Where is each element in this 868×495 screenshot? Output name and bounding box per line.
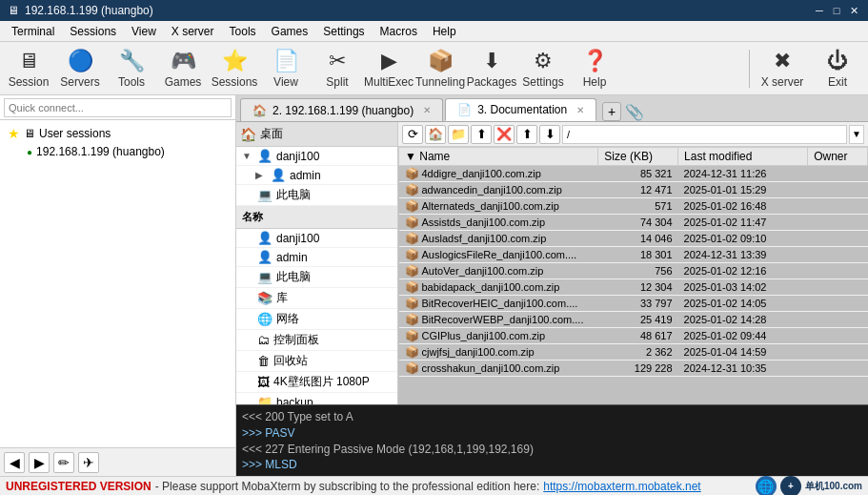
tab-close-tab1[interactable]: ✕ <box>423 105 431 115</box>
tools-label: Tools <box>118 75 145 89</box>
file-date-cell: 2025-01-02 14:05 <box>678 296 808 312</box>
menu-item-tools[interactable]: Tools <box>222 21 264 41</box>
right-area: 🏠2. 192.168.1.199 (huangbo)✕📄3. Document… <box>236 95 868 476</box>
table-row[interactable]: 📦Ausladsf_danji100.com.zip 14 046 2025-0… <box>399 231 868 247</box>
table-row[interactable]: 📦cjwjfsj_danji100.com.zip 2 362 2025-01-… <box>399 344 868 361</box>
split-toolbar-button[interactable]: ✂Split <box>313 45 362 93</box>
help-toolbar-button[interactable]: ❓Help <box>570 45 619 93</box>
menu-item-settings[interactable]: Settings <box>315 21 372 41</box>
file-name-cell: 📦CGIPlus_danji100.com.zip <box>399 328 598 344</box>
view-toolbar-button[interactable]: 📄View <box>261 45 311 93</box>
packages-toolbar-button[interactable]: ⬇Packages <box>467 45 516 93</box>
col-header-size[interactable]: Size (KB) <box>598 148 678 166</box>
table-row[interactable]: 📦Assistds_danji100.com.zip 74 304 2025-0… <box>399 215 868 231</box>
user-sessions-icon: 🖥 <box>24 127 35 140</box>
file-name-cell: 📦cjwjfsj_danji100.com.zip <box>399 344 598 361</box>
file-table-wrap[interactable]: ▼ Name Size (KB) Last modified Owner <box>398 147 868 404</box>
file-tree-item-此电脑[interactable]: 💻此电脑 <box>236 267 397 288</box>
file-tree-item-4K壁纸图片-1080P[interactable]: 🖼4K壁纸图片 1080P <box>236 372 397 393</box>
zip-icon: 📦 <box>405 264 419 278</box>
sort-up-button[interactable]: ⬆ <box>516 125 537 144</box>
table-row[interactable]: 📦AuslogicsFileRe_danji100.com.... 18 301… <box>399 247 868 263</box>
nav-forward-button[interactable]: ▶ <box>29 452 50 473</box>
file-tree-item-danji100[interactable]: 👤danji100 <box>236 229 397 248</box>
file-name-cell: 📦Assistds_danji100.com.zip <box>399 215 598 231</box>
table-row[interactable]: 📦4ddigre_danji100.com.zip 85 321 2024-12… <box>399 166 868 182</box>
file-tree-item-回收站[interactable]: 🗑回收站 <box>236 351 397 372</box>
tab-icon-tab1: 🏠 <box>252 104 267 117</box>
menu-item-view[interactable]: View <box>124 21 164 41</box>
file-tree-item-网络[interactable]: 🌐网络 <box>236 309 397 330</box>
file-tree-item-控制面板[interactable]: 🗂控制面板 <box>236 330 397 351</box>
file-tree-item-admin[interactable]: 👤admin <box>236 248 397 267</box>
exit-toolbar-button[interactable]: ⏻Exit <box>811 45 864 93</box>
file-tree-item-admin[interactable]: ▶👤admin <box>236 166 397 185</box>
maximize-button[interactable]: □ <box>830 4 843 17</box>
table-row[interactable]: 📦babidapack_danji100.com.zip 12 304 2025… <box>399 279 868 296</box>
refresh-button[interactable]: ⟳ <box>402 125 423 144</box>
upload-button[interactable]: ⬆ <box>471 125 492 144</box>
col-header-name[interactable]: ▼ Name <box>399 148 598 166</box>
log-line: >>> PASV <box>242 425 862 442</box>
table-row[interactable]: 📦adwancedin_danji100.com.zip 12 471 2025… <box>399 182 868 198</box>
sessions-toolbar-button[interactable]: ⭐Sessions <box>210 45 259 93</box>
menu-item-x server[interactable]: X server <box>164 21 222 41</box>
path-dropdown-button[interactable]: ▼ <box>849 125 864 144</box>
tab-tab2[interactable]: 📄3. Documentation✕ <box>445 98 596 121</box>
quick-connect-input[interactable] <box>4 98 232 117</box>
table-row[interactable]: 📦BitRecoverHEIC_danji100.com.... 33 797 … <box>399 296 868 312</box>
close-button[interactable]: ✕ <box>847 4 860 17</box>
path-input[interactable] <box>562 125 847 144</box>
sidebar-item-session[interactable]: ● 192.168.1.199 (huangbo) <box>4 143 232 160</box>
star-icon: ★ <box>8 126 20 141</box>
add-tab-button[interactable]: + <box>602 102 621 121</box>
tab-tab1[interactable]: 🏠2. 192.168.1.199 (huangbo)✕ <box>240 98 443 121</box>
file-tree-item-backup[interactable]: 📁backup <box>236 393 397 404</box>
tunneling-toolbar-button[interactable]: 📦Tunneling <box>415 45 465 93</box>
menu-item-games[interactable]: Games <box>264 21 316 41</box>
home-button[interactable]: 🏠 <box>425 125 446 144</box>
status-link[interactable]: https://mobaxterm.mobatek.net <box>543 480 700 493</box>
zip-icon: 📦 <box>405 297 419 310</box>
sort-down-button[interactable]: ⬇ <box>539 125 560 144</box>
file-size-cell: 33 797 <box>598 296 678 312</box>
menu-item-sessions[interactable]: Sessions <box>62 21 124 41</box>
exit-icon: ⏻ <box>827 49 848 73</box>
new-folder-button[interactable]: 📁 <box>448 125 469 144</box>
settings-toolbar-button[interactable]: ⚙Settings <box>518 45 568 93</box>
multiexec-toolbar-button[interactable]: ▶MultiExec <box>364 45 414 93</box>
logo-globe-icon: 🌐 <box>756 476 777 496</box>
file-tree-header: 🏠 桌面 <box>236 122 397 147</box>
view-label: View <box>273 75 298 89</box>
file-size-cell: 571 <box>598 198 678 215</box>
menu-item-terminal[interactable]: Terminal <box>4 21 62 41</box>
file-tree-item-danji100[interactable]: ▼👤danji100 <box>236 147 397 166</box>
file-date-cell: 2024-12-31 10:35 <box>678 361 808 377</box>
tab-close-tab2[interactable]: ✕ <box>576 105 584 115</box>
nav-edit-button[interactable]: ✏ <box>53 452 74 473</box>
table-row[interactable]: 📦CGIPlus_danji100.com.zip 48 617 2025-01… <box>399 328 868 344</box>
minimize-button[interactable]: ─ <box>813 4 826 17</box>
games-toolbar-button[interactable]: 🎮Games <box>158 45 208 93</box>
session-toolbar-button[interactable]: 🖥Session <box>4 45 53 93</box>
tools-toolbar-button[interactable]: 🔧Tools <box>107 45 156 93</box>
table-row[interactable]: 📦AutoVer_danji100.com.zip 756 2025-01-02… <box>399 263 868 279</box>
table-row[interactable]: 📦Alternateds_danji100.com.zip 571 2025-0… <box>399 198 868 215</box>
servers-toolbar-button[interactable]: 🔵Servers <box>55 45 105 93</box>
menu-item-help[interactable]: Help <box>425 21 464 41</box>
col-header-owner[interactable]: Owner <box>808 148 868 166</box>
delete-button[interactable]: ❌ <box>494 125 515 144</box>
nav-connect-button[interactable]: ✈ <box>78 452 99 473</box>
menu-item-macros[interactable]: Macros <box>373 21 425 41</box>
settings-icon: ⚙ <box>534 49 553 73</box>
status-bar: UNREGISTERED VERSION - Please support Mo… <box>0 476 868 495</box>
table-row[interactable]: 📦BitRecoverWEBP_danji100.com.... 25 419 … <box>399 312 868 328</box>
sidebar-item-user-sessions[interactable]: ★ 🖥 User sessions <box>4 124 232 143</box>
nav-back-button[interactable]: ◀ <box>4 452 25 473</box>
file-size-cell: 12 471 <box>598 182 678 198</box>
col-header-modified[interactable]: Last modified <box>678 148 808 166</box>
xserver-toolbar-button[interactable]: ✖X server <box>756 45 809 93</box>
file-tree-item-库[interactable]: 📚库 <box>236 288 397 309</box>
file-tree-item-此电脑[interactable]: 💻此电脑 <box>236 185 397 206</box>
table-row[interactable]: 📦crosshakun_danji100.com.zip 129 228 202… <box>399 361 868 377</box>
